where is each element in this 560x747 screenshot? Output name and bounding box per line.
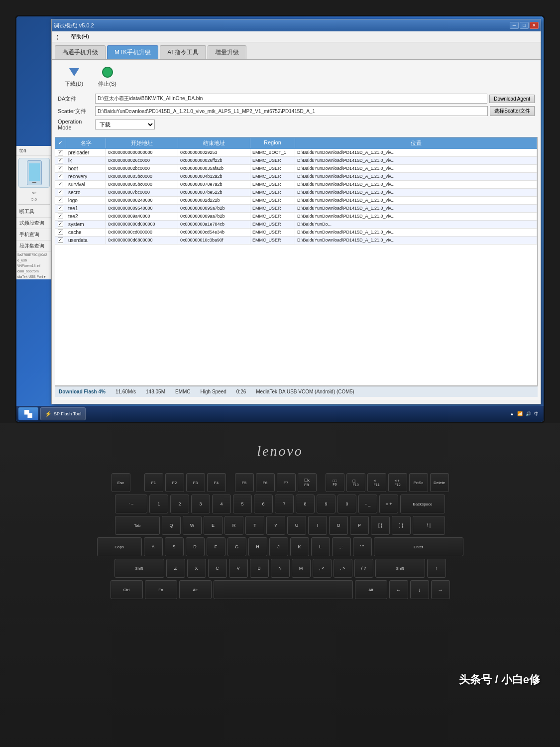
key-ins[interactable]: PrtSc (409, 473, 428, 492)
sidebar-item-phone[interactable]: 手机查询 (16, 229, 52, 241)
key-l[interactable]: L (311, 537, 330, 556)
key-lbracket[interactable]: [ { (371, 516, 390, 535)
key-f11[interactable]: ☀F11 (367, 473, 386, 492)
key-backspace[interactable]: Backspace (400, 495, 445, 513)
row-checkbox[interactable] (55, 205, 66, 212)
key-f7[interactable]: F7 (277, 473, 296, 492)
key-r[interactable]: R (224, 516, 243, 535)
key-semicolon[interactable]: ; : (332, 537, 351, 556)
key-space[interactable] (214, 580, 353, 599)
key-f3[interactable]: F3 (186, 473, 205, 492)
key-1[interactable]: 1 (149, 495, 168, 513)
key-t[interactable]: T (245, 516, 264, 535)
taskbar-app-item[interactable]: ⚡ SP Flash Tool (40, 407, 86, 420)
sidebar-item-ton[interactable]: ton (16, 146, 52, 156)
download-agent-button[interactable]: Download Agent (489, 95, 535, 103)
checkbox-icon[interactable] (58, 198, 63, 203)
key-f8[interactable]: ☐xF8 (298, 473, 317, 492)
key-3[interactable]: 3 (191, 495, 210, 513)
key-0[interactable]: 0 (337, 495, 356, 513)
key-w[interactable]: W (183, 516, 202, 535)
key-quote[interactable]: ' " (353, 537, 372, 556)
key-j[interactable]: J (269, 537, 288, 556)
key-c[interactable]: C (208, 559, 227, 578)
key-del[interactable]: Delete (430, 473, 449, 492)
key-alt-right[interactable]: Alt (355, 580, 387, 599)
key-x[interactable]: X (187, 559, 206, 578)
checkbox-icon[interactable] (58, 174, 63, 179)
key-left[interactable]: ← (389, 580, 408, 599)
key-backtick[interactable]: ` ~ (115, 495, 147, 513)
menu-item-0[interactable]: ) (54, 33, 62, 41)
row-checkbox[interactable] (55, 197, 66, 204)
key-7[interactable]: 7 (275, 495, 294, 513)
row-checkbox[interactable] (55, 149, 66, 156)
checkbox-icon[interactable] (58, 150, 63, 155)
scatter-input[interactable] (95, 106, 488, 116)
key-n[interactable]: N (271, 559, 290, 578)
key-o[interactable]: O (329, 516, 348, 535)
key-alt-left[interactable]: Alt (179, 580, 212, 599)
checkbox-icon[interactable] (58, 230, 63, 235)
row-checkbox[interactable] (55, 221, 66, 228)
key-i[interactable]: I (308, 516, 327, 535)
row-checkbox[interactable] (55, 181, 66, 188)
key-f6[interactable]: F6 (256, 473, 275, 492)
key-tab[interactable]: Tab (115, 516, 160, 535)
da-input[interactable] (95, 94, 487, 104)
stop-button[interactable]: 停止(S) (98, 65, 116, 88)
key-backslash[interactable]: \ | (413, 516, 445, 535)
key-8[interactable]: 8 (296, 495, 315, 513)
checkbox-icon[interactable] (58, 182, 63, 187)
select-scatter-button[interactable]: 选择Scatter文件 (490, 106, 535, 116)
key-s[interactable]: S (165, 537, 184, 556)
key-fn[interactable]: Fn (145, 580, 177, 599)
checkbox-icon[interactable] (58, 158, 63, 163)
sidebar-item-freq[interactable]: 式频段查询 (16, 218, 52, 229)
key-slash[interactable]: / ? (354, 559, 373, 578)
checkbox-icon[interactable] (58, 238, 63, 243)
mode-select[interactable]: 下载 (95, 120, 155, 129)
key-shift-left[interactable]: Shift (114, 559, 164, 578)
key-minus[interactable]: - _ (358, 495, 377, 513)
key-4[interactable]: 4 (212, 495, 231, 513)
key-up[interactable]: ↑ (427, 559, 446, 578)
menu-item-help[interactable]: 帮助(H) (68, 32, 92, 41)
key-f4[interactable]: F4 (207, 473, 226, 492)
key-f1[interactable]: F1 (144, 473, 163, 492)
row-checkbox[interactable] (55, 165, 66, 172)
key-f10[interactable]: ◫F10 (346, 473, 365, 492)
key-6[interactable]: 6 (254, 495, 273, 513)
tab-at[interactable]: AT指令工具 (160, 45, 206, 59)
key-rbracket[interactable]: ] } (392, 516, 411, 535)
minimize-button[interactable]: ─ (510, 22, 519, 29)
key-e[interactable]: E (204, 516, 223, 535)
key-z[interactable]: Z (166, 559, 185, 578)
row-checkbox[interactable] (55, 213, 66, 220)
tab-increment[interactable]: 增量升级 (208, 45, 246, 59)
key-comma[interactable]: , < (313, 559, 332, 578)
sidebar-item-tools[interactable]: 断工具 (16, 206, 52, 218)
row-checkbox[interactable] (55, 229, 66, 236)
maximize-button[interactable]: □ (520, 22, 529, 29)
checkbox-icon[interactable] (58, 166, 63, 171)
key-k[interactable]: K (290, 537, 309, 556)
key-b[interactable]: B (250, 559, 269, 578)
checkbox-icon[interactable] (58, 222, 63, 227)
key-h[interactable]: H (248, 537, 267, 556)
key-f9[interactable]: □□F9 (326, 473, 344, 492)
tab-gaotong[interactable]: 高通手机升级 (55, 45, 106, 59)
row-checkbox[interactable] (55, 237, 66, 244)
key-9[interactable]: 9 (317, 495, 336, 513)
key-period[interactable]: . > (334, 559, 352, 578)
key-down[interactable]: ↓ (410, 580, 429, 599)
key-v[interactable]: V (229, 559, 248, 578)
key-g[interactable]: G (227, 537, 246, 556)
key-2[interactable]: 2 (170, 495, 189, 513)
key-m[interactable]: M (292, 559, 311, 578)
key-a[interactable]: A (144, 537, 163, 556)
download-button[interactable]: 下载(D) (65, 65, 83, 88)
row-checkbox[interactable] (55, 157, 66, 164)
key-shift-right[interactable]: Shift (375, 559, 425, 578)
key-enter[interactable]: Enter (374, 537, 463, 556)
